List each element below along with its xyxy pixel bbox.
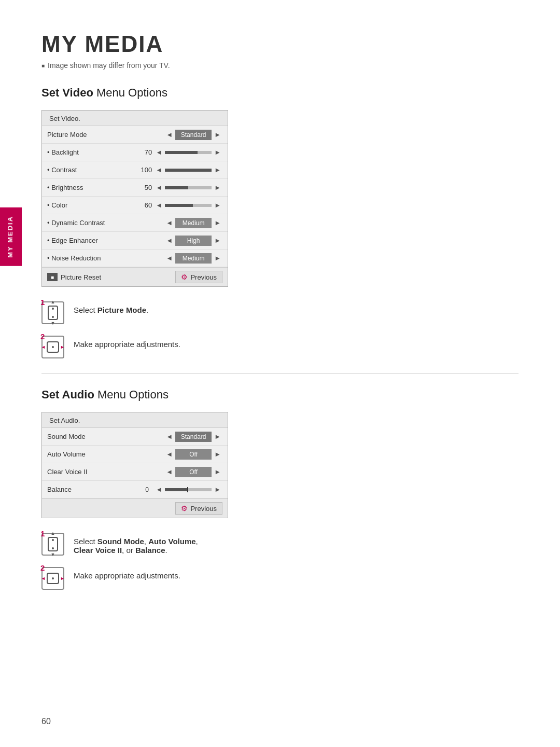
dynamic-contrast-value: Medium [175,218,212,228]
audio-step-2-text: Make appropriate adjustments. [74,565,180,580]
edge-enhancer-row: • Edge Enhancer ◄ High ► [42,232,228,250]
edge-enhancer-left-arrow[interactable]: ◄ [164,237,174,244]
color-left-arrow[interactable]: ◄ [154,201,164,209]
sound-mode-value: Standard [175,432,212,442]
auto-volume-row: Auto Volume ◄ Off ► [42,446,228,463]
balance-label: Balance [47,486,145,493]
edge-enhancer-label: • Edge Enhancer [47,237,164,244]
edge-enhancer-nav[interactable]: ◄ High ► [164,236,222,246]
dynamic-contrast-left-arrow[interactable]: ◄ [164,219,174,227]
video-footer-row: ■ Picture Reset ⚙ Previous [42,267,228,286]
balance-center [187,487,188,492]
backlight-value: 70 [134,148,152,156]
brightness-label: • Brightness [47,184,134,191]
picture-mode-left-arrow[interactable]: ◄ [164,131,174,139]
noise-reduction-left-arrow[interactable]: ◄ [164,254,174,262]
edge-enhancer-value: High [175,236,212,246]
sidebar-label: MY MEDIA [0,208,22,266]
noise-reduction-label: • Noise Reduction [47,254,164,262]
audio-previous-button[interactable]: ⚙ Previous [175,502,222,515]
audio-remote-dot-center [52,577,54,579]
remote-dot-center [52,346,54,348]
backlight-left-arrow[interactable]: ◄ [154,148,164,156]
auto-volume-left-arrow[interactable]: ◄ [164,450,174,458]
audio-up-down-remote: ▲ ▼ [48,531,58,557]
sound-mode-label: Sound Mode [47,433,164,440]
dynamic-contrast-label: • Dynamic Contrast [47,219,164,227]
sound-mode-nav[interactable]: ◄ Standard ► [164,432,222,442]
balance-control: 0 ◄ ► [145,486,222,493]
noise-reduction-nav[interactable]: ◄ Medium ► [164,253,222,264]
brightness-left-arrow[interactable]: ◄ [154,184,164,191]
contrast-left-arrow[interactable]: ◄ [154,166,164,174]
right-arrow-icon: ► [60,345,65,350]
page-number: 60 [41,717,51,726]
video-previous-button[interactable]: ⚙ Previous [175,271,222,283]
contrast-row: • Contrast 100 ◄ ► [42,161,228,179]
audio-steps: 1 ▲ ▼ Select Sound Mode, Auto Volume,Cle… [41,531,519,590]
audio-footer-row: ⚙ Previous [42,499,228,518]
auto-volume-value: Off [175,449,212,460]
clear-voice-nav[interactable]: ◄ Off ► [164,467,222,477]
noise-reduction-row: • Noise Reduction ◄ Medium ► [42,250,228,267]
audio-step-2-number: 2 [40,564,45,572]
auto-volume-label: Auto Volume [47,450,164,458]
audio-lr-remote: ◄ ► [41,573,65,584]
audio-remote-dot-bottom [52,547,54,549]
dynamic-contrast-row: • Dynamic Contrast ◄ Medium ► [42,214,228,232]
audio-step-1-badge: 1 ▲ ▼ [41,531,64,556]
balance-row: Balance 0 ◄ ► [42,481,228,499]
brightness-value: 50 [134,184,152,191]
video-step-2-badge: 2 ◄ ► [41,334,64,358]
clear-voice-left-arrow[interactable]: ◄ [164,468,174,476]
balance-left-arrow[interactable]: ◄ [154,486,164,493]
audio-remote-body-vertical [48,537,58,551]
clear-voice-right-arrow[interactable]: ► [213,468,222,476]
sound-mode-right-arrow[interactable]: ► [213,433,222,440]
picture-mode-row: Picture Mode ◄ Standard ► [42,126,228,144]
audio-previous-icon: ⚙ [181,504,188,513]
picture-mode-right-arrow[interactable]: ► [213,131,222,139]
color-right-arrow[interactable]: ► [213,201,222,209]
brightness-right-arrow[interactable]: ► [213,184,222,191]
audio-menu-title: Set Audio. [42,412,228,428]
backlight-slider: ◄ ► [154,148,222,156]
video-step-2: 2 ◄ ► Make appropriate adjustments. [41,334,519,358]
picture-mode-label: Picture Mode [47,131,164,139]
brightness-fill [165,186,188,189]
noise-reduction-right-arrow[interactable]: ► [213,254,222,262]
auto-volume-right-arrow[interactable]: ► [213,450,222,458]
backlight-fill [165,151,198,154]
audio-step-1-icon: ▲ ▼ [41,533,64,556]
audio-down-arrow-icon: ▼ [51,552,55,557]
balance-right-arrow[interactable]: ► [213,486,222,493]
video-steps: 1 ▲ ▼ Select Picture Mode. 2 ◄ [41,299,519,358]
audio-step-1: 1 ▲ ▼ Select Sound Mode, Auto Volume,Cle… [41,531,519,556]
section-divider-1 [41,373,519,374]
video-step-1-icon: ▲ ▼ [41,301,64,324]
video-step-1-badge: 1 ▲ ▼ [41,299,64,324]
contrast-right-arrow[interactable]: ► [213,166,222,174]
video-step-2-icon: ◄ ► [41,336,64,358]
audio-up-arrow-icon: ▲ [51,531,55,536]
dynamic-contrast-nav[interactable]: ◄ Medium ► [164,218,222,228]
audio-section-title: Set Audio Menu Options [41,388,519,402]
left-arrow-icon: ◄ [41,345,46,350]
clear-voice-row: Clear Voice II ◄ Off ► [42,463,228,481]
color-slider: ◄ ► [154,201,222,209]
brightness-row: • Brightness 50 ◄ ► [42,179,228,197]
sound-mode-left-arrow[interactable]: ◄ [164,433,174,440]
edge-enhancer-right-arrow[interactable]: ► [213,237,222,244]
picture-mode-nav[interactable]: ◄ Standard ► [164,130,222,140]
auto-volume-nav[interactable]: ◄ Off ► [164,449,222,460]
backlight-right-arrow[interactable]: ► [213,148,222,156]
remote-dot-top [52,308,54,310]
color-track [165,204,212,207]
video-step-1-number: 1 [40,298,45,306]
audio-menu-box: Set Audio. Sound Mode ◄ Standard ► Auto … [41,412,228,518]
color-row: • Color 60 ◄ ► [42,197,228,214]
video-previous-label: Previous [190,273,217,281]
dynamic-contrast-right-arrow[interactable]: ► [213,219,222,227]
audio-remote-dot-top [52,539,54,541]
audio-step-2-icon: ◄ ► [41,567,64,590]
